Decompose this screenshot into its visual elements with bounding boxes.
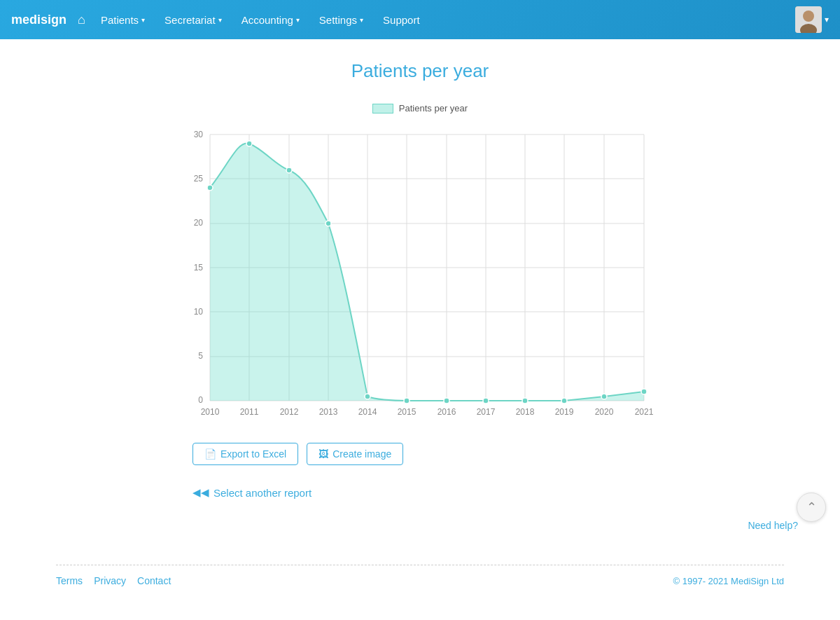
svg-point-52 [641, 389, 647, 394]
svg-point-47 [444, 398, 449, 404]
select-report-label: Select another report [214, 487, 312, 499]
avatar-caret[interactable]: ▾ [825, 15, 829, 25]
nav-secretariat-caret: ▾ [218, 16, 222, 24]
nav-accounting-label: Accounting [241, 14, 293, 26]
avatar[interactable] [795, 6, 822, 33]
footer-links: Terms Privacy Contact [56, 575, 171, 586]
navbar: medisign ⌂ Patients ▾ Secretariat ▾ Acco… [0, 0, 840, 39]
legend-color-box [372, 104, 393, 113]
svg-point-42 [246, 141, 252, 146]
export-excel-button[interactable]: 📄 Export to Excel [192, 443, 298, 465]
footer-contact-link[interactable]: Contact [137, 575, 171, 586]
footer-copyright-text: © 1997- 2021 [673, 576, 732, 586]
nav-settings-label: Settings [319, 14, 357, 26]
nav-settings[interactable]: Settings ▾ [312, 10, 370, 30]
svg-point-41 [207, 185, 213, 191]
svg-point-1 [803, 11, 814, 22]
export-excel-icon: 📄 [204, 448, 216, 460]
svg-point-49 [522, 398, 528, 404]
page-title: Patients per year [14, 60, 826, 82]
svg-text:20: 20 [194, 218, 204, 228]
svg-text:15: 15 [194, 263, 204, 273]
svg-text:2013: 2013 [319, 407, 338, 417]
svg-text:2017: 2017 [477, 407, 496, 417]
footer: Terms Privacy Contact © 1997- 2021 MediS… [0, 565, 840, 596]
svg-text:2010: 2010 [201, 407, 220, 417]
nav-accounting[interactable]: Accounting ▾ [234, 10, 307, 30]
svg-text:25: 25 [194, 174, 204, 184]
home-icon[interactable]: ⌂ [78, 13, 85, 27]
nav-secretariat-label: Secretariat [164, 14, 216, 26]
svg-text:2020: 2020 [595, 407, 614, 417]
svg-point-48 [483, 398, 489, 404]
svg-text:0: 0 [198, 395, 203, 405]
need-help-label: Need help? [748, 520, 798, 531]
svg-point-44 [326, 221, 331, 226]
chart-container: Patients per year [175, 103, 665, 429]
export-excel-label: Export to Excel [220, 448, 286, 460]
svg-text:2019: 2019 [555, 407, 574, 417]
action-buttons: 📄 Export to Excel 🖼 Create image [192, 443, 826, 465]
chart-legend: Patients per year [175, 103, 665, 113]
svg-text:2018: 2018 [516, 407, 535, 417]
footer-privacy-link[interactable]: Privacy [94, 575, 126, 586]
create-image-button[interactable]: 🖼 Create image [307, 443, 403, 465]
svg-text:30: 30 [194, 130, 204, 139]
svg-point-43 [286, 167, 292, 173]
nav-patients-caret: ▾ [141, 16, 145, 24]
create-image-icon: 🖼 [318, 448, 328, 460]
svg-point-51 [601, 394, 607, 399]
nav-support[interactable]: Support [376, 10, 427, 30]
svg-text:2021: 2021 [635, 407, 654, 417]
footer-company-link[interactable]: MediSign Ltd [731, 576, 784, 586]
nav-settings-caret: ▾ [360, 16, 363, 24]
chart-svg: 30 25 20 15 10 5 0 2010 2011 2012 2013 2… [175, 120, 665, 429]
nav-patients[interactable]: Patients ▾ [94, 10, 152, 30]
navbar-right: ▾ [795, 6, 829, 33]
svg-text:10: 10 [194, 307, 204, 317]
nav-secretariat[interactable]: Secretariat ▾ [158, 10, 229, 30]
need-help-link[interactable]: Need help? [14, 520, 826, 531]
svg-point-50 [561, 398, 567, 404]
svg-point-46 [404, 398, 410, 404]
chevron-left-icon: ◀◀ [192, 486, 209, 499]
svg-text:2012: 2012 [280, 407, 299, 417]
nav-accounting-caret: ▾ [296, 16, 300, 24]
chevron-up-icon: ⌃ [806, 500, 817, 515]
legend-label: Patients per year [399, 103, 468, 113]
nav-patients-label: Patients [101, 14, 139, 26]
svg-text:2014: 2014 [358, 407, 377, 417]
svg-text:2011: 2011 [240, 407, 259, 417]
main-content: Patients per year Patients per year [0, 39, 840, 551]
svg-point-45 [365, 394, 370, 399]
scroll-to-top-button[interactable]: ⌃ [797, 492, 826, 522]
select-another-report-link[interactable]: ◀◀ Select another report [192, 486, 826, 499]
svg-text:5: 5 [198, 351, 203, 361]
nav-support-label: Support [383, 14, 420, 26]
svg-text:2015: 2015 [398, 407, 416, 417]
footer-copyright: © 1997- 2021 MediSign Ltd [673, 576, 784, 586]
footer-terms-link[interactable]: Terms [56, 575, 83, 586]
svg-text:2016: 2016 [438, 407, 456, 417]
create-image-label: Create image [332, 448, 391, 460]
brand-logo[interactable]: medisign [11, 13, 66, 27]
